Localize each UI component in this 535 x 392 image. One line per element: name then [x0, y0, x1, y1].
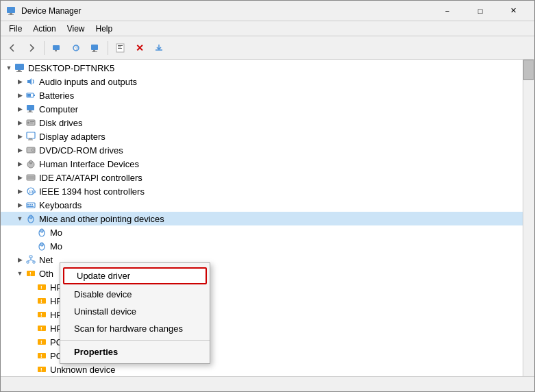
svg-rect-2 — [8, 14, 14, 15]
keyboard-icon — [25, 199, 36, 210]
mouse1-label: Mo — [50, 228, 62, 238]
tree-item-batteries[interactable]: ▶ Batteries — [1, 88, 523, 102]
expand-display[interactable]: ▶ — [14, 131, 25, 142]
svg-rect-11 — [118, 45, 123, 46]
svg-rect-16 — [16, 71, 22, 72]
expand-mice[interactable]: ▼ — [14, 213, 25, 224]
tree-item-hid[interactable]: ▶ Human Interface Devices — [1, 157, 523, 171]
ieee-label: IEEE 1394 host controllers — [39, 186, 145, 197]
toolbar-properties[interactable] — [112, 39, 129, 57]
tree-item-unknown[interactable]: ▶ ! Unknown device — [1, 363, 523, 376]
tree-item-ide[interactable]: ▶ IDE ATA/ATAPI controllers — [1, 171, 523, 184]
svg-rect-27 — [27, 132, 35, 138]
minimize-button[interactable]: − — [432, 1, 463, 21]
toolbar-separator-1 — [44, 41, 45, 55]
ieee-icon: 1394 — [25, 186, 36, 197]
svg-text:!: ! — [40, 284, 42, 291]
content-area: ▼ DESKTOP-DFTNRK5 ▶ — [1, 60, 534, 376]
svg-rect-29 — [28, 140, 33, 140]
toolbar-show-hidden[interactable]: ? — [67, 39, 85, 57]
scrollbar[interactable] — [523, 60, 534, 376]
toolbar-back[interactable] — [3, 39, 21, 57]
ide-label: IDE ATA/ATAPI controllers — [39, 173, 142, 183]
display-icon — [25, 131, 36, 142]
context-menu: Update driver Disable device Uninstall d… — [60, 262, 210, 364]
svg-text:!: ! — [40, 312, 42, 318]
ctx-scan-hardware[interactable]: Scan for hardware changes — [60, 320, 210, 337]
expand-dvd[interactable]: ▶ — [14, 145, 25, 156]
expand-ide[interactable]: ▶ — [14, 172, 25, 183]
tree-item-audio[interactable]: ▶ Audio inputs and outputs — [1, 75, 523, 88]
expand-batteries[interactable]: ▶ — [14, 90, 25, 101]
scrollbar-thumb[interactable] — [523, 60, 534, 80]
tree-item-dvd[interactable]: ▶ DVD/CD-ROM drives — [1, 143, 523, 157]
status-bar — [1, 376, 534, 391]
ctx-disable-device[interactable]: Disable device — [60, 286, 210, 303]
svg-text:!: ! — [29, 271, 32, 277]
expand-ieee[interactable]: ▶ — [14, 186, 25, 197]
tree-item-computer[interactable]: ▶ Computer — [1, 102, 523, 116]
tree-item-disk[interactable]: ▶ Disk drives — [1, 116, 523, 130]
dvd-icon — [25, 145, 36, 156]
toolbar: ? ✕ — [1, 36, 534, 60]
expand-disk[interactable]: ▶ — [14, 117, 25, 128]
svg-rect-37 — [27, 176, 34, 179]
toolbar-up[interactable] — [48, 39, 66, 57]
expand-computer[interactable]: ▶ — [14, 103, 25, 114]
svg-rect-43 — [32, 204, 33, 206]
dvd-label: DVD/CD-ROM drives — [39, 145, 123, 156]
menu-file[interactable]: File — [3, 23, 27, 35]
svg-text:!: ! — [40, 326, 42, 332]
maximize-button[interactable]: □ — [464, 1, 496, 21]
window-controls: − □ ✕ — [432, 1, 529, 21]
batteries-label: Batteries — [39, 90, 74, 101]
svg-rect-26 — [30, 123, 33, 123]
device-manager-window: Device Manager − □ ✕ File Action View He… — [0, 0, 535, 392]
tree-item-mouse1[interactable]: ▶ Mo — [1, 225, 523, 239]
menu-view[interactable]: View — [62, 23, 90, 35]
expand-audio[interactable]: ▶ — [14, 76, 25, 87]
tree-item-mouse2[interactable]: ▶ Mo — [1, 239, 523, 253]
svg-rect-21 — [29, 110, 32, 112]
network-label: Net — [39, 255, 53, 265]
toolbar-update[interactable] — [150, 39, 168, 57]
toolbar-forward[interactable] — [23, 39, 40, 57]
tree-item-display[interactable]: ▶ Display adapters — [1, 130, 523, 143]
pci-simple-icon: ! — [36, 350, 47, 361]
svg-rect-20 — [27, 105, 34, 110]
menu-help[interactable]: Help — [90, 23, 119, 35]
hid-label: Human Interface Devices — [39, 159, 139, 169]
expand-root[interactable]: ▼ — [3, 62, 14, 73]
expand-network[interactable]: ▶ — [14, 254, 25, 265]
tree-item-keyboards[interactable]: ▶ Keyboards — [1, 198, 523, 212]
svg-point-32 — [32, 149, 33, 150]
tree-root[interactable]: ▼ DESKTOP-DFTNRK5 — [1, 61, 523, 75]
svg-rect-8 — [93, 50, 95, 51]
svg-rect-18 — [34, 95, 35, 96]
tree-item-ieee[interactable]: ▶ 1394 IEEE 1394 host controllers — [1, 184, 523, 198]
svg-rect-42 — [29, 204, 31, 206]
svg-point-24 — [27, 122, 29, 124]
expand-hid[interactable]: ▶ — [14, 158, 25, 169]
unknown-label: Unknown device — [50, 365, 115, 375]
menu-action[interactable]: Action — [27, 23, 61, 35]
toolbar-scan[interactable] — [86, 39, 104, 57]
expand-other[interactable]: ▼ — [14, 268, 25, 279]
audio-label: Audio inputs and outputs — [39, 77, 137, 87]
keyboards-label: Keyboards — [39, 200, 82, 210]
close-button[interactable]: ✕ — [497, 1, 529, 21]
ctx-separator — [60, 340, 210, 341]
hp2-icon: ! — [36, 295, 47, 306]
ctx-uninstall-device[interactable]: Uninstall device — [60, 303, 210, 320]
ctx-update-driver[interactable]: Update driver — [63, 267, 207, 284]
ctx-properties[interactable]: Properties — [60, 343, 210, 360]
expand-keyboards[interactable]: ▶ — [14, 199, 25, 210]
hid-icon — [25, 158, 36, 169]
svg-rect-54 — [29, 256, 32, 258]
svg-rect-25 — [30, 121, 34, 122]
toolbar-remove[interactable]: ✕ — [131, 39, 149, 57]
tree-item-mice[interactable]: ▼ Mice and other pointing devices — [1, 212, 523, 225]
svg-rect-19 — [27, 94, 31, 97]
root-label: DESKTOP-DFTNRK5 — [28, 63, 114, 73]
hp4-icon: ! — [36, 323, 47, 334]
